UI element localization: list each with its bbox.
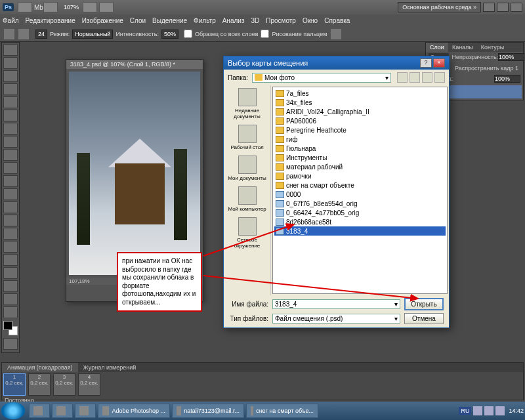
close-button[interactable] bbox=[511, 3, 522, 12]
list-item[interactable]: 0_67f76_b8ea954d_orig bbox=[274, 199, 446, 208]
file-list[interactable]: 7a_files34x_filesARIDI_Vol24_Calligraphi… bbox=[272, 87, 448, 294]
places-desktop[interactable]: Рабочий стол bbox=[225, 125, 269, 150]
cancel-button[interactable]: Отмена bbox=[404, 313, 444, 324]
brush-preset-icon[interactable] bbox=[18, 29, 29, 39]
tab-animation[interactable]: Анимация (покадровая) bbox=[2, 363, 78, 372]
eraser-tool[interactable] bbox=[3, 175, 18, 187]
list-item[interactable]: Peregrine Heathcote bbox=[274, 125, 446, 135]
brush-size[interactable]: 24 bbox=[35, 30, 47, 39]
list-item[interactable]: Инструменты bbox=[274, 153, 446, 162]
tablet-pressure-icon[interactable] bbox=[331, 29, 341, 39]
brush-tool[interactable] bbox=[3, 136, 18, 148]
finger-painting-checkbox[interactable] bbox=[261, 30, 269, 38]
taskbar-browser[interactable]: natali73123@mail.r... bbox=[172, 404, 244, 418]
menu-3d[interactable]: 3D bbox=[251, 17, 259, 24]
foreground-color-swatch[interactable] bbox=[3, 321, 12, 330]
menu-image[interactable]: Изображение bbox=[82, 17, 123, 24]
taskbar-item[interactable] bbox=[29, 404, 50, 418]
workspace-switcher[interactable]: Основная рабочая среда » bbox=[398, 2, 481, 12]
view-extras-button[interactable] bbox=[99, 2, 114, 12]
zoom-tool[interactable] bbox=[3, 306, 18, 318]
tab-layers[interactable]: Слои bbox=[426, 43, 448, 52]
tab-measurements[interactable]: Журнал измерений bbox=[78, 363, 142, 372]
minimize-button[interactable] bbox=[483, 3, 495, 12]
menu-view[interactable]: Просмотр bbox=[266, 17, 296, 24]
lasso-tool[interactable] bbox=[3, 70, 18, 82]
tab-channels[interactable]: Каналы bbox=[448, 43, 477, 52]
smudge-tool[interactable] bbox=[3, 201, 18, 213]
dialog-help-button[interactable]: ? bbox=[420, 58, 432, 68]
heal-tool[interactable] bbox=[3, 123, 18, 135]
places-computer[interactable]: Мой компьютер bbox=[225, 186, 269, 212]
color-swatches[interactable] bbox=[3, 321, 18, 335]
zoom-level[interactable]: 107% bbox=[64, 4, 79, 10]
list-item[interactable]: 0000 bbox=[274, 190, 446, 199]
tray-icon[interactable] bbox=[473, 406, 482, 415]
shape-tool[interactable] bbox=[3, 267, 18, 279]
marquee-tool[interactable] bbox=[3, 57, 18, 69]
list-item[interactable]: 7a_files bbox=[274, 89, 446, 98]
type-tool[interactable] bbox=[3, 241, 18, 253]
list-item[interactable]: Гюльнара bbox=[274, 144, 446, 153]
back-icon[interactable] bbox=[397, 72, 408, 83]
hand-tool[interactable] bbox=[3, 293, 18, 305]
list-item[interactable]: ARIDI_Vol24_Calligraphia_II bbox=[274, 107, 446, 116]
3d-tool[interactable] bbox=[3, 280, 18, 292]
list-item[interactable]: 3183_4 bbox=[274, 226, 446, 236]
language-indicator[interactable]: RU bbox=[459, 407, 471, 415]
menu-window[interactable]: Окно bbox=[303, 17, 318, 24]
eyedropper-tool[interactable] bbox=[3, 110, 18, 121]
menu-help[interactable]: Справка bbox=[324, 17, 350, 24]
menu-filter[interactable]: Фильтр bbox=[194, 17, 216, 24]
tab-paths[interactable]: Контуры bbox=[477, 43, 508, 52]
list-item[interactable]: снег на смарт объекте bbox=[274, 180, 446, 190]
crop-tool[interactable] bbox=[3, 96, 18, 108]
document-tab[interactable]: 3183_4.psd @ 107% (Слой 1, RGB/8) * bbox=[66, 60, 203, 69]
canvas[interactable] bbox=[69, 72, 200, 275]
taskbar-photoshop[interactable]: Adobe Photoshop ... bbox=[98, 404, 170, 418]
list-item[interactable]: 0_66424_4a77bb05_orig bbox=[274, 208, 446, 217]
new-folder-icon[interactable] bbox=[422, 72, 432, 83]
list-item[interactable]: PA060006 bbox=[274, 116, 446, 125]
places-network[interactable]: Сетевое окружение bbox=[225, 217, 269, 249]
bridge-button[interactable] bbox=[18, 2, 32, 12]
menu-select[interactable]: Выделение bbox=[152, 17, 187, 24]
up-icon[interactable] bbox=[410, 72, 420, 83]
places-recent[interactable]: Недавние документы bbox=[225, 88, 269, 119]
clock[interactable]: 14:42 bbox=[509, 408, 524, 414]
start-button[interactable] bbox=[1, 402, 25, 419]
stamp-tool[interactable] bbox=[3, 149, 18, 161]
fill-input[interactable] bbox=[494, 75, 520, 83]
volume-icon[interactable] bbox=[495, 406, 505, 415]
move-tool[interactable] bbox=[3, 44, 18, 56]
list-item[interactable]: материал рабочий bbox=[274, 162, 446, 171]
frame-3[interactable]: 30,2 сек. bbox=[53, 373, 75, 396]
view-grid-button[interactable] bbox=[83, 2, 97, 12]
tray-icon[interactable] bbox=[484, 406, 494, 415]
list-item[interactable]: гиф bbox=[274, 135, 446, 144]
frame-1[interactable]: 10,2 сек. bbox=[3, 373, 26, 396]
places-documents[interactable]: Мои документы bbox=[225, 156, 269, 181]
history-button[interactable] bbox=[43, 2, 58, 12]
filetype-select[interactable]: Файл смещения (.psd)▾ bbox=[272, 314, 400, 324]
history-brush-tool[interactable] bbox=[3, 162, 18, 174]
folder-combo[interactable]: Мои фото ▾ bbox=[252, 73, 391, 83]
menu-file[interactable]: Файл bbox=[3, 17, 19, 24]
filename-input[interactable]: 3183_4▾ bbox=[272, 299, 400, 309]
menu-edit[interactable]: Редактирование bbox=[26, 17, 75, 24]
taskbar-item[interactable] bbox=[75, 404, 96, 418]
opacity-input[interactable] bbox=[498, 53, 524, 61]
path-tool[interactable] bbox=[3, 254, 18, 266]
taskbar-item[interactable] bbox=[52, 404, 73, 418]
frame-2[interactable]: 20,2 сек. bbox=[28, 373, 51, 396]
wand-tool[interactable] bbox=[3, 83, 18, 95]
open-button[interactable]: Открыть bbox=[404, 298, 444, 310]
intensity-input[interactable]: 50% bbox=[161, 30, 178, 39]
gradient-tool[interactable] bbox=[3, 188, 18, 200]
dialog-close-button[interactable]: × bbox=[433, 58, 445, 68]
quickmask-toggle[interactable] bbox=[3, 338, 18, 350]
dodge-tool[interactable] bbox=[3, 215, 18, 226]
menu-layer[interactable]: Слои bbox=[130, 17, 146, 24]
frame-4[interactable]: 40,2 сек. bbox=[78, 373, 100, 396]
dialog-titlebar[interactable]: Выбор карты смещения ? × bbox=[224, 56, 449, 70]
